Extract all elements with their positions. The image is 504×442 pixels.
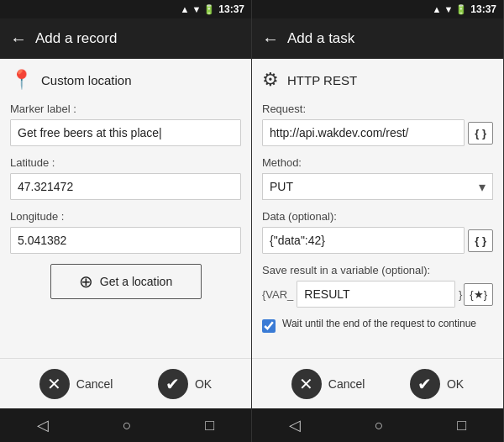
left-title: Add a record: [35, 30, 117, 47]
custom-location-label: Custom location: [41, 73, 132, 87]
right-cancel-icon: ✕: [291, 369, 322, 399]
request-label: Request:: [262, 103, 493, 115]
right-cancel-button[interactable]: ✕ Cancel: [291, 369, 365, 399]
ok-icon: ✔: [158, 369, 188, 399]
right-wifi-icon: ▼: [444, 4, 453, 14]
longitude-input[interactable]: [10, 227, 241, 254]
result-var-row: {VAR_ } {★}: [262, 281, 493, 308]
request-group: Request: { }: [262, 103, 493, 146]
location-icon: 📍: [10, 69, 33, 91]
right-status-icons: ▲ ▼ 🔋: [433, 4, 468, 15]
right-nav-recent[interactable]: □: [457, 417, 466, 434]
data-curly-button[interactable]: { }: [468, 229, 493, 252]
method-select[interactable]: GET POST PUT DELETE PATCH: [263, 174, 492, 199]
method-group: Method: GET POST PUT DELETE PATCH ▾: [262, 156, 493, 200]
longitude-group: Longitude :: [10, 210, 241, 254]
method-select-wrapper: GET POST PUT DELETE PATCH ▾: [262, 173, 493, 200]
left-status-icons: ▲ ▼ 🔋: [181, 4, 216, 15]
left-time: 13:37: [218, 3, 244, 15]
marker-label-text: Marker label :: [10, 103, 241, 115]
get-location-button[interactable]: ⊕ Get a location: [50, 264, 202, 299]
left-footer: ✕ Cancel ✔ OK: [0, 358, 251, 408]
left-ok-label: OK: [195, 377, 212, 391]
right-content: ⚙ HTTP REST Request: { } Method: GET POS…: [252, 59, 503, 358]
latitude-input[interactable]: [10, 173, 241, 200]
wait-checkbox-label: Wait until the end of the request to con…: [282, 318, 476, 329]
http-rest-icon: ⚙: [262, 69, 279, 91]
request-curly-button[interactable]: { }: [468, 122, 493, 145]
result-label: Save result in a variable (optional):: [262, 264, 493, 276]
right-nav-bar: ◁ ○ □: [252, 408, 503, 442]
checkbox-row: Wait until the end of the request to con…: [262, 318, 493, 333]
right-ok-icon: ✔: [410, 369, 440, 399]
request-input[interactable]: [262, 119, 465, 146]
left-cancel-label: Cancel: [76, 377, 113, 391]
method-label: Method:: [262, 156, 493, 169]
left-cancel-button[interactable]: ✕ Cancel: [39, 369, 113, 399]
left-nav-back[interactable]: ◁: [37, 416, 49, 434]
marker-label-input[interactable]: [10, 119, 241, 146]
left-status-bar: ▲ ▼ 🔋 13:37: [0, 0, 251, 18]
marker-label-group: Marker label :: [10, 103, 241, 146]
right-cancel-label: Cancel: [328, 377, 365, 391]
cancel-icon: ✕: [39, 369, 70, 399]
latitude-label: Latitude :: [10, 156, 241, 169]
result-group: Save result in a variable (optional): {V…: [262, 264, 493, 308]
right-panel: ▲ ▼ 🔋 13:37 ← Add a task ⚙ HTTP REST Req…: [252, 0, 504, 442]
right-footer: ✕ Cancel ✔ OK: [252, 358, 503, 408]
get-location-label: Get a location: [100, 275, 172, 288]
result-input[interactable]: [297, 281, 455, 308]
request-input-row: { }: [262, 119, 493, 146]
right-ok-button[interactable]: ✔ OK: [410, 369, 464, 399]
data-group: Data (optional): { }: [262, 210, 493, 254]
right-header: ← Add a task: [252, 18, 503, 59]
right-ok-label: OK: [447, 377, 464, 391]
wait-checkbox[interactable]: [262, 319, 276, 333]
signal-icon: ▲: [181, 4, 190, 14]
http-rest-row: ⚙ HTTP REST: [262, 69, 493, 91]
data-input-row: { }: [262, 227, 493, 254]
var-suffix-label: }: [459, 288, 462, 301]
left-header: ← Add a record: [0, 18, 251, 59]
right-status-bar: ▲ ▼ 🔋 13:37: [252, 0, 503, 18]
right-time: 13:37: [470, 3, 496, 15]
right-title: Add a task: [287, 30, 354, 47]
right-back-button[interactable]: ←: [262, 29, 279, 49]
left-back-button[interactable]: ←: [10, 29, 27, 49]
var-prefix-label: {VAR_: [262, 288, 293, 301]
left-ok-button[interactable]: ✔ OK: [158, 369, 212, 399]
battery-icon: 🔋: [203, 4, 215, 15]
target-icon: ⊕: [79, 271, 93, 292]
data-label: Data (optional):: [262, 210, 493, 223]
right-nav-back[interactable]: ◁: [289, 416, 301, 434]
http-rest-label: HTTP REST: [287, 73, 357, 87]
data-input[interactable]: [262, 227, 465, 254]
wifi-icon: ▼: [192, 4, 201, 14]
left-nav-bar: ◁ ○ □: [0, 408, 251, 442]
left-nav-home[interactable]: ○: [123, 417, 132, 434]
left-content: 📍 Custom location Marker label : Latitud…: [0, 59, 251, 358]
right-battery-icon: 🔋: [455, 4, 467, 15]
right-nav-home[interactable]: ○: [375, 417, 384, 434]
latitude-group: Latitude :: [10, 156, 241, 200]
right-signal-icon: ▲: [433, 4, 442, 14]
longitude-label: Longitude :: [10, 210, 241, 223]
left-nav-recent[interactable]: □: [205, 417, 214, 434]
result-special-button[interactable]: {★}: [464, 283, 493, 306]
left-panel: ▲ ▼ 🔋 13:37 ← Add a record 📍 Custom loca…: [0, 0, 252, 442]
custom-location-row: 📍 Custom location: [10, 69, 241, 91]
